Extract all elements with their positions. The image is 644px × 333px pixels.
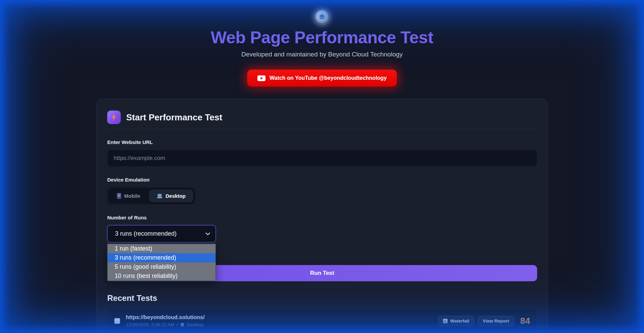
- youtube-button[interactable]: Watch on YouTube @beyondcloudtechnology: [247, 70, 397, 87]
- test-url: https://beyondcloud.solutions/: [126, 314, 438, 320]
- device-toggle: Mobile Desktop: [107, 187, 196, 205]
- test-meta: 12/28/2025, 3:38:22 AM • Desktop: [126, 322, 438, 327]
- view-report-button[interactable]: View Report: [478, 316, 514, 326]
- page-header: Web Page Performance Test Developed and …: [0, 0, 644, 87]
- chevron-down-icon: [206, 233, 210, 235]
- mobile-icon: [117, 193, 121, 199]
- lightning-icon: [107, 111, 121, 124]
- device-option-mobile[interactable]: Mobile: [110, 190, 148, 202]
- runs-dropdown: 1 run (fastest) 3 runs (recommended) 5 r…: [107, 244, 216, 281]
- runs-option-3[interactable]: 3 runs (recommended): [108, 253, 215, 262]
- recent-test-row: https://beyondcloud.solutions/ 12/28/202…: [107, 309, 537, 333]
- start-test-card: Start Performance Test Enter Website URL…: [96, 99, 548, 333]
- url-label: Enter Website URL: [107, 139, 537, 145]
- runs-select-value: 3 runs (recommended): [115, 230, 177, 237]
- device-option-desktop[interactable]: Desktop: [149, 190, 193, 202]
- test-row-actions: Waterfall View Report 84: [438, 316, 530, 326]
- number-of-runs-group: Number of Runs 3 runs (recommended) 1 ru…: [107, 215, 537, 242]
- website-url-input[interactable]: [107, 150, 537, 167]
- laptop-icon: [180, 323, 185, 327]
- runs-option-10[interactable]: 10 runs (best reliability): [108, 271, 215, 281]
- test-device: Desktop: [187, 322, 204, 327]
- waterfall-button-label: Waterfall: [450, 318, 469, 324]
- page-title: Web Page Performance Test: [0, 28, 644, 47]
- youtube-button-label: Watch on YouTube @beyondcloudtechnology: [270, 75, 387, 81]
- number-of-runs-label: Number of Runs: [107, 215, 537, 220]
- device-emulation-group: Device Emulation Mobile: [107, 177, 537, 205]
- runs-select[interactable]: 3 runs (recommended): [107, 225, 216, 242]
- header-divider: [107, 129, 537, 129]
- recent-tests-heading: Recent Tests: [107, 293, 537, 303]
- device-option-mobile-label: Mobile: [124, 193, 140, 199]
- url-group: Enter Website URL: [107, 139, 537, 167]
- page-root: Web Page Performance Test Developed and …: [0, 0, 644, 333]
- youtube-play-icon: [257, 75, 266, 81]
- waterfall-button[interactable]: Waterfall: [438, 316, 475, 326]
- device-option-desktop-label: Desktop: [166, 193, 186, 199]
- runs-option-1[interactable]: 1 run (fastest): [108, 244, 215, 253]
- test-row-checkbox[interactable]: [114, 318, 120, 324]
- performance-score: 84: [520, 316, 530, 326]
- device-emulation-label: Device Emulation: [107, 177, 537, 183]
- meta-separator: •: [176, 322, 178, 327]
- cloud-logo-icon: [316, 10, 328, 23]
- laptop-icon: [157, 194, 163, 198]
- runs-select-zone: 3 runs (recommended) 1 run (fastest) 3 r…: [107, 225, 216, 242]
- waterfall-chart-icon: [443, 319, 447, 323]
- test-info: https://beyondcloud.solutions/ 12/28/202…: [126, 314, 438, 327]
- runs-option-5[interactable]: 5 runs (good reliability): [108, 262, 215, 271]
- card-header: Start Performance Test: [107, 111, 537, 124]
- test-timestamp: 12/28/2025, 3:38:22 AM: [126, 322, 174, 327]
- view-report-button-label: View Report: [483, 318, 509, 324]
- page-subtitle: Developed and maintained by Beyond Cloud…: [0, 51, 644, 58]
- card-title: Start Performance Test: [126, 112, 222, 123]
